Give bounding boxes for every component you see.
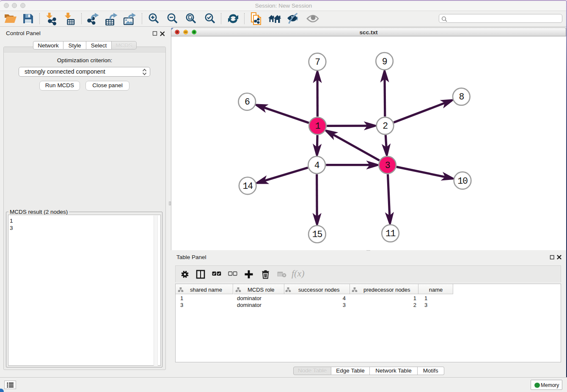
svg-text:15: 15 bbox=[312, 229, 322, 240]
svg-text:6: 6 bbox=[245, 97, 250, 107]
svg-text:3: 3 bbox=[385, 160, 390, 171]
svg-text:11: 11 bbox=[385, 229, 396, 239]
svg-text:14: 14 bbox=[242, 181, 253, 191]
svg-text:2: 2 bbox=[383, 121, 388, 131]
svg-text:1: 1 bbox=[315, 121, 320, 131]
svg-text:8: 8 bbox=[459, 92, 464, 102]
svg-text:7: 7 bbox=[315, 57, 320, 67]
svg-text:4: 4 bbox=[314, 160, 319, 171]
svg-text:9: 9 bbox=[382, 57, 387, 67]
svg-text:10: 10 bbox=[457, 176, 468, 186]
